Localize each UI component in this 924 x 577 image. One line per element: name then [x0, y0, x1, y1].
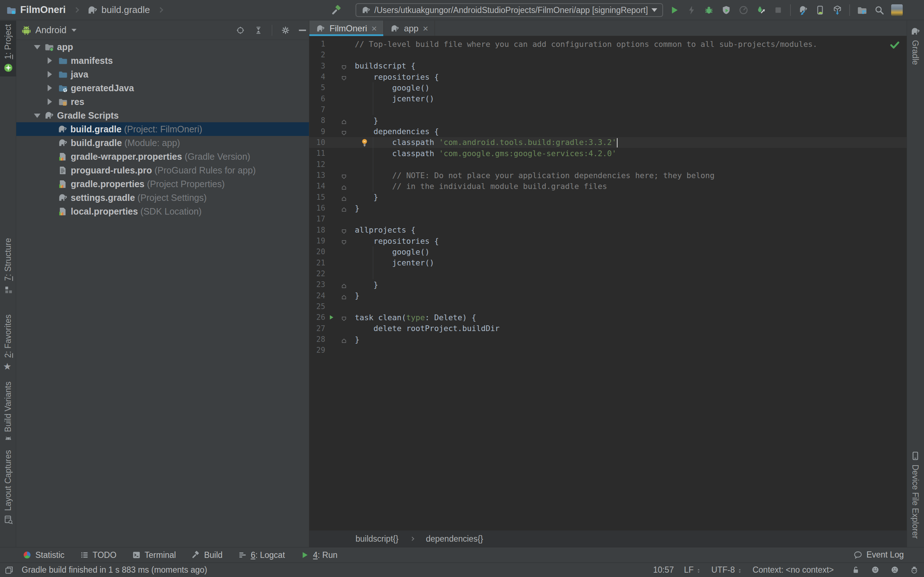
chevron-down-icon[interactable]: [34, 45, 40, 49]
breadcrumb-project[interactable]: FilmOneri: [20, 4, 66, 16]
feedback-sad-icon[interactable]: [890, 565, 900, 574]
code-line-3[interactable]: 3buildscript {: [309, 61, 907, 71]
project-structure-icon[interactable]: [856, 5, 867, 16]
tree-item-gradle-scripts[interactable]: Gradle Scripts: [16, 108, 309, 122]
code-line-27[interactable]: 27 delete rootProject.buildDir: [309, 323, 907, 334]
fold-close-icon[interactable]: [341, 293, 347, 298]
code-line-7[interactable]: 7: [309, 104, 907, 115]
sync-gradle-icon[interactable]: [797, 5, 808, 16]
search-everywhere-icon[interactable]: [874, 5, 885, 16]
code-line-19[interactable]: 19 repositories {: [309, 235, 907, 246]
tab-app[interactable]: app×: [384, 21, 435, 36]
stripe-item-2-favorites[interactable]: 2: Favorites★: [0, 311, 16, 375]
fold-close-icon[interactable]: [341, 337, 347, 342]
gear-icon[interactable]: [281, 26, 290, 35]
chevron-right-icon[interactable]: [48, 98, 52, 105]
code-line-12[interactable]: 12: [309, 159, 907, 170]
code-line-15[interactable]: 15 }: [309, 192, 907, 203]
line-separator-select[interactable]: LF: [684, 565, 701, 575]
caret-position[interactable]: 10:57: [653, 565, 674, 575]
feedback-happy-icon[interactable]: [871, 565, 880, 574]
stripe-item-7-structure[interactable]: 7: Structure: [0, 234, 16, 298]
tree-item-gradle-properties[interactable]: gradle.properties (Project Properties): [16, 177, 309, 191]
fold-close-icon[interactable]: [341, 183, 347, 189]
toolwindow-button-build[interactable]: Build: [191, 550, 222, 560]
tree-item-build-gradle[interactable]: build.gradle (Project: FilmOneri): [16, 122, 309, 136]
stripe-item-build-variants[interactable]: Build Variants: [0, 378, 16, 449]
fold-open-icon[interactable]: [341, 238, 347, 244]
attach-debugger-icon[interactable]: [756, 5, 766, 16]
tree-item-build-gradle[interactable]: build.gradle (Module: app): [16, 136, 309, 150]
fold-open-icon[interactable]: [341, 74, 347, 80]
code-line-11[interactable]: 11 classpath 'com.google.gms:google-serv…: [309, 148, 907, 159]
code-line-23[interactable]: 23 }: [309, 279, 907, 290]
code-line-26[interactable]: 26task clean(type: Delete) {: [309, 312, 907, 323]
fold-close-icon[interactable]: [341, 194, 347, 200]
code-line-28[interactable]: 28}: [309, 334, 907, 345]
code-line-24[interactable]: 24}: [309, 290, 907, 301]
tree-item-manifests[interactable]: manifests: [16, 54, 309, 68]
fold-close-icon[interactable]: [341, 205, 347, 211]
breadcrumb-dependencies[interactable]: dependencies{}: [426, 534, 483, 544]
code-line-29[interactable]: 29: [309, 345, 907, 356]
tree-item-settings-gradle[interactable]: settings.gradle (Project Settings): [16, 191, 309, 205]
code-line-10[interactable]: 10 classpath 'com.android.tools.build:gr…: [309, 137, 907, 148]
inspection-ok-icon[interactable]: [889, 39, 900, 50]
toolwindow-button-statistic[interactable]: Statistic: [23, 550, 65, 560]
run-icon[interactable]: [669, 5, 680, 16]
avatar-image[interactable]: [891, 4, 903, 16]
chevron-down-icon[interactable]: [34, 114, 40, 118]
toolwindow-button-event-log[interactable]: Event Log: [853, 550, 904, 560]
code-line-17[interactable]: 17: [309, 213, 907, 224]
chevron-right-icon[interactable]: [48, 85, 52, 91]
run-configuration-select[interactable]: /Users/utkuakgungor/AndroidStudioProject…: [355, 3, 663, 17]
project-view-selector[interactable]: Android: [36, 25, 66, 35]
tree-item-proguard-rules-pro[interactable]: proguard-rules.pro (ProGuard Rules for a…: [16, 163, 309, 177]
stripe-item-1-project[interactable]: 1: Project: [0, 21, 16, 76]
tree-item-local-properties[interactable]: local.properties (SDK Location): [16, 205, 309, 218]
stripe-item-gradle[interactable]: Gradle: [907, 23, 923, 69]
code-line-18[interactable]: 18allprojects {: [309, 225, 907, 235]
intention-bulb-icon[interactable]: [360, 138, 369, 147]
code-line-2[interactable]: 2: [309, 49, 907, 60]
code-line-22[interactable]: 22: [309, 268, 907, 279]
fold-close-icon[interactable]: [341, 282, 347, 287]
avd-manager-icon[interactable]: [815, 5, 825, 16]
run-task-icon[interactable]: [327, 313, 335, 321]
stop-icon[interactable]: [773, 5, 783, 16]
tree-item-java[interactable]: java: [16, 68, 309, 81]
fold-open-icon[interactable]: [341, 63, 347, 69]
context-select[interactable]: Context: <no context>: [753, 565, 834, 575]
incognito-icon[interactable]: [909, 565, 919, 574]
code-line-8[interactable]: 8 }: [309, 115, 907, 126]
tab-filmoneri[interactable]: FilmOneri×: [309, 21, 384, 36]
code-line-1[interactable]: 1// Top-level build file where you can a…: [309, 39, 907, 49]
fold-open-icon[interactable]: [341, 129, 347, 134]
toolwindow-button-4-run[interactable]: 4: Run: [300, 550, 338, 560]
coverage-icon[interactable]: [721, 5, 732, 16]
fold-open-icon[interactable]: [341, 314, 347, 320]
breadcrumb-buildscript[interactable]: buildscript{}: [355, 534, 399, 544]
encoding-select[interactable]: UTF-8: [711, 565, 743, 575]
collapse-all-icon[interactable]: [254, 26, 263, 35]
make-project-hammer-icon[interactable]: [330, 4, 342, 16]
tree-item-res[interactable]: res: [16, 95, 309, 108]
chevron-right-icon[interactable]: [48, 57, 52, 64]
code-line-14[interactable]: 14 // in the individual module build.gra…: [309, 181, 907, 192]
stripe-item-layout-captures[interactable]: Layout Captures: [0, 446, 16, 528]
tree-item-app[interactable]: app: [16, 40, 309, 54]
sdk-manager-icon[interactable]: [832, 5, 843, 16]
close-icon[interactable]: ×: [372, 25, 377, 32]
hide-panel-icon[interactable]: [299, 29, 306, 31]
code-line-9[interactable]: 9 dependencies {: [309, 126, 907, 137]
apply-changes-icon[interactable]: [686, 5, 697, 16]
code-line-20[interactable]: 20 google(): [309, 246, 907, 257]
code-line-4[interactable]: 4 repositories {: [309, 71, 907, 82]
tree-item-gradle-wrapper-properties[interactable]: gradle-wrapper.properties (Gradle Versio…: [16, 150, 309, 163]
code-line-16[interactable]: 16}: [309, 203, 907, 213]
profiler-icon[interactable]: [738, 5, 749, 16]
stripe-item-device-file-explorer[interactable]: Device File Explorer: [907, 447, 923, 542]
code-line-21[interactable]: 21 jcenter(): [309, 258, 907, 268]
fold-open-icon[interactable]: [341, 227, 347, 233]
toggle-toolwindow-bars-icon[interactable]: [4, 566, 14, 575]
